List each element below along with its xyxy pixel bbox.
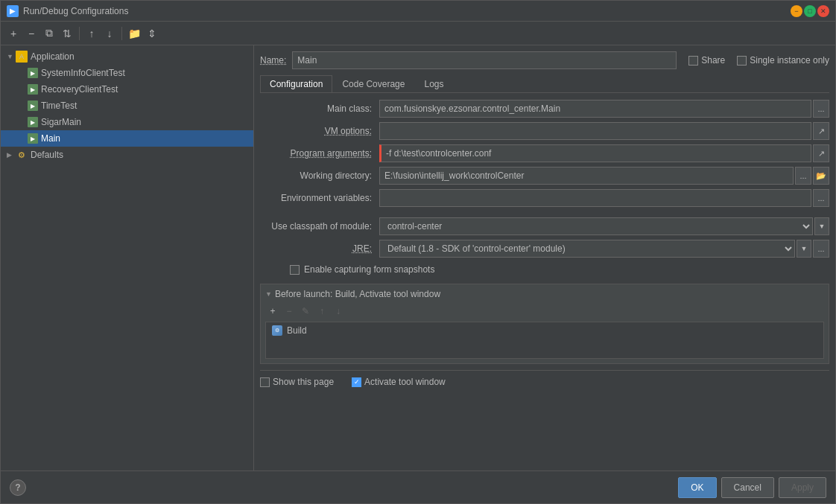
create-folder-button[interactable]: 📁	[126, 25, 142, 42]
before-launch-title: Before launch: Build, Activate tool wind…	[275, 289, 440, 299]
close-button[interactable]: ✕	[817, 5, 829, 17]
working-dir-more-button[interactable]: ...	[795, 167, 811, 185]
vm-options-input[interactable]	[379, 122, 811, 140]
configuration-tabs: Configuration Code Coverage Logs	[260, 75, 829, 93]
share-checkbox-row[interactable]: Share	[688, 55, 725, 66]
timetest-icon: ▶	[28, 101, 38, 111]
show-page-row[interactable]: Show this page	[260, 377, 334, 387]
before-launch-add-button[interactable]: +	[265, 304, 280, 319]
main-class-more-button[interactable]: ...	[813, 100, 829, 118]
share-checkbox[interactable]	[688, 56, 698, 66]
move-down-button[interactable]: ↓	[101, 25, 118, 42]
activate-window-checkbox[interactable]: ✓	[352, 377, 361, 387]
toolbar-separator	[79, 27, 80, 40]
enable-snapshots-checkbox[interactable]	[290, 265, 300, 275]
activate-window-row[interactable]: ✓ Activate tool window	[352, 377, 446, 387]
window-icon: ▶	[7, 5, 19, 17]
jre-row: JRE: Default (1.8 - SDK of 'control-cent…	[260, 239, 829, 258]
systeminfo-icon: ▶	[28, 68, 38, 78]
cancel-button[interactable]: Cancel	[721, 477, 774, 498]
expand-arrow-defaults: ▶	[7, 151, 16, 159]
sidebar-item-application[interactable]: ▼ A Application	[1, 48, 253, 65]
name-row: Name: Share Single instance only	[260, 51, 829, 69]
sidebar-item-main[interactable]: ▶ Main	[1, 130, 253, 147]
add-config-button[interactable]: +	[5, 25, 22, 42]
show-page-checkbox[interactable]	[260, 377, 270, 387]
sidebar: ▼ A Application ▶ SystemInfoClientTest ▶…	[1, 45, 254, 470]
jre-dropdown-button[interactable]: ▼	[797, 240, 811, 258]
env-vars-input-group: ...	[379, 189, 829, 207]
single-instance-checkbox-row[interactable]: Single instance only	[737, 55, 829, 66]
working-dir-input[interactable]	[379, 167, 794, 185]
classpath-select[interactable]: control-center	[379, 217, 813, 235]
env-vars-more-button[interactable]: ...	[813, 189, 829, 207]
sidebar-item-systeminfoclienttest[interactable]: ▶ SystemInfoClientTest	[1, 65, 253, 81]
ok-button[interactable]: OK	[678, 477, 716, 498]
move-config-button[interactable]: ⇅	[59, 25, 75, 42]
move-up-button[interactable]: ↑	[83, 25, 100, 42]
sidebar-item-recovery-label: RecoveryClientTest	[41, 84, 118, 95]
jre-select[interactable]: Default (1.8 - SDK of 'control-center' m…	[379, 240, 795, 258]
sidebar-item-sigarmain-label: SigarMain	[41, 117, 81, 127]
before-launch-section: ▼ Before launch: Build, Activate tool wi…	[260, 284, 829, 364]
working-dir-label: Working directory:	[260, 170, 379, 181]
name-label: Name:	[260, 55, 286, 66]
before-launch-edit-button[interactable]: ✎	[298, 304, 313, 319]
sort-button[interactable]: ⇕	[144, 25, 160, 42]
sidebar-item-systeminfo-label: SystemInfoClientTest	[41, 68, 125, 78]
titlebar-controls: − □ ✕	[791, 5, 829, 17]
name-input[interactable]	[292, 51, 677, 69]
sidebar-item-application-label: Application	[31, 51, 75, 62]
sidebar-item-timetest[interactable]: ▶ TimeTest	[1, 98, 253, 114]
run-debug-configurations-dialog: ▶ Run/Debug Configurations − □ ✕ + − ⧉ ⇅…	[0, 0, 836, 504]
before-launch-remove-button[interactable]: −	[282, 304, 297, 319]
application-folder-icon: A	[16, 51, 28, 63]
sidebar-item-defaults[interactable]: ▶ ⚙ Defaults	[1, 147, 253, 163]
minimize-button[interactable]: −	[791, 5, 802, 17]
enable-snapshots-label: Enable capturing form snapshots	[304, 264, 434, 275]
main-class-input-group: ...	[379, 100, 829, 118]
tab-code-coverage[interactable]: Code Coverage	[332, 75, 414, 92]
tab-logs[interactable]: Logs	[414, 75, 453, 92]
program-args-input[interactable]	[379, 144, 811, 162]
copy-config-button[interactable]: ⧉	[41, 25, 57, 42]
footer: ? OK Cancel Apply	[1, 470, 835, 503]
single-instance-label: Single instance only	[750, 55, 829, 66]
sidebar-item-timetest-label: TimeTest	[41, 101, 77, 111]
jre-more-button[interactable]: ...	[813, 240, 829, 258]
before-launch-header: ▼ Before launch: Build, Activate tool wi…	[265, 289, 824, 299]
program-args-row: Program arguments: ↗	[260, 144, 829, 163]
main-class-label: Main class:	[260, 103, 379, 114]
sidebar-item-sigarmain[interactable]: ▶ SigarMain	[1, 114, 253, 130]
before-launch-arrow: ▼	[265, 290, 272, 298]
single-instance-checkbox[interactable]	[737, 56, 747, 66]
program-args-expand-button[interactable]: ↗	[813, 144, 829, 162]
help-button[interactable]: ?	[10, 479, 26, 496]
classpath-dropdown-button[interactable]: ▼	[814, 217, 829, 235]
env-vars-input[interactable]	[379, 189, 811, 207]
enable-snapshots-row: Enable capturing form snapshots	[290, 261, 829, 278]
tab-configuration[interactable]: Configuration	[260, 75, 332, 92]
maximize-button[interactable]: □	[804, 5, 816, 17]
share-area: Share Single instance only	[688, 55, 829, 66]
vm-options-label: VM options:	[260, 126, 379, 136]
configuration-panel: Name: Share Single instance only Configu…	[254, 45, 835, 470]
expand-arrow-application: ▼	[7, 53, 16, 60]
remove-config-button[interactable]: −	[23, 25, 39, 42]
working-dir-folder-button[interactable]: 📂	[813, 167, 829, 185]
vm-options-input-group: ↗	[379, 122, 829, 140]
sidebar-item-recoveryclienttest[interactable]: ▶ RecoveryClientTest	[1, 81, 253, 98]
activate-window-label: Activate tool window	[364, 377, 446, 387]
window-title: Run/Debug Configurations	[23, 6, 791, 16]
apply-button[interactable]: Apply	[779, 477, 826, 498]
before-launch-toolbar: + − ✎ ↑ ↓	[265, 304, 824, 319]
jre-label: JRE:	[260, 243, 379, 254]
classpath-label: Use classpath of module:	[260, 221, 379, 232]
vm-options-expand-button[interactable]: ↗	[813, 122, 829, 140]
main-class-input[interactable]	[379, 100, 811, 118]
build-list: ⚙ Build	[265, 322, 824, 359]
share-label: Share	[701, 55, 725, 66]
before-launch-down-button[interactable]: ↓	[331, 304, 346, 319]
before-launch-up-button[interactable]: ↑	[314, 304, 329, 319]
build-list-item[interactable]: ⚙ Build	[267, 324, 822, 337]
